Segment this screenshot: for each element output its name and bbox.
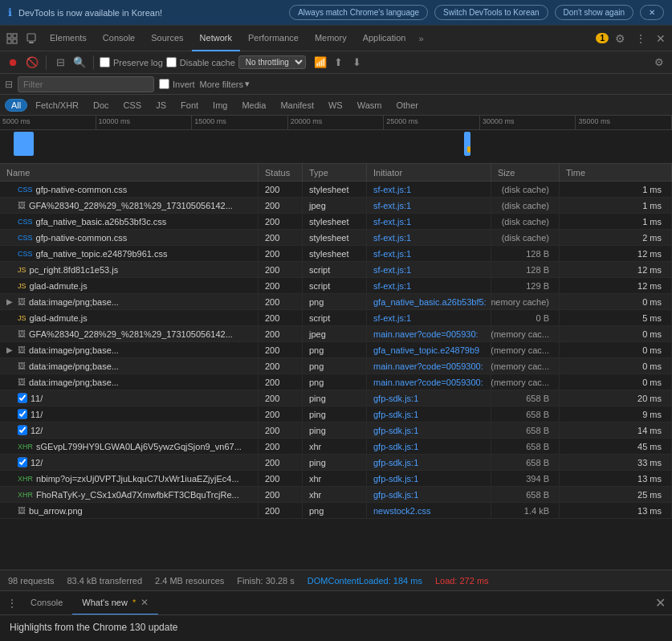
toolbar-separator-2 [93,55,94,70]
tab-elements[interactable]: Elements [42,26,95,51]
type-pill-media[interactable]: Media [235,99,272,112]
type-pill-img[interactable]: Img [206,99,234,112]
download-icon-btn[interactable]: ⬇ [349,55,365,71]
disable-cache-check[interactable] [166,57,177,67]
table-row[interactable]: 🖼 data:image/png;base... 200 png main.na… [0,374,672,390]
type-pill-doc[interactable]: Doc [87,99,116,112]
th-time[interactable]: Time [560,164,672,181]
td-size: 1.4 kB [491,503,560,518]
td-size: 658 B [491,455,560,470]
table-row[interactable]: 12/ 200 ping gfp-sdk.js:1 658 B 33 ms [0,455,672,471]
table-row[interactable]: 🖼 GFA%28340_228%29_%281%29_173105056142.… [0,326,672,342]
search-btn[interactable]: 🔍 [71,55,88,71]
table-row[interactable]: CSS gfp-native-common.css 200 stylesheet… [0,182,672,198]
table-row[interactable]: 11/ 200 ping gfp-sdk.js:1 658 B 9 ms [0,406,672,423]
settings-icon[interactable]: ⚙ [612,31,629,47]
wifi-icon-btn[interactable]: 📶 [312,55,328,71]
th-type[interactable]: Type [303,164,367,181]
row-checkbox[interactable] [18,409,27,419]
tab-sources[interactable]: Sources [143,26,191,51]
table-row[interactable]: XHR sGEvpL799HY9LGWA0LAj6V5ywzGqjSjon9_v… [0,439,672,455]
table-row[interactable]: XHR FhoRaTyK-y_CSx1x0Ad7XmwfbkFT3CBquTrc… [0,487,672,503]
table-row[interactable]: 🖼 GFA%28340_228%29_%281%29_173105056142.… [0,198,672,214]
bottom-menu-btn[interactable]: ⋮ [3,597,21,610]
th-name[interactable]: Name [0,164,259,181]
resource-name: data:image/png;base... [29,361,251,371]
td-time: 33 ms [560,455,672,470]
filter-icon-btn[interactable]: ⊟ [52,55,68,71]
tab-performance[interactable]: Performance [240,26,307,51]
row-checkbox[interactable] [18,457,27,467]
type-pill-other[interactable]: Other [389,99,425,112]
table-row[interactable]: ▶ 🖼 data:image/png;base... 200 png gfa_n… [0,342,672,358]
invert-checkbox[interactable] [159,79,169,89]
th-status[interactable]: Status [259,164,303,181]
clear-btn[interactable]: 🚫 [24,55,40,71]
match-language-btn[interactable]: Always match Chrome's language [289,5,428,20]
btab-console[interactable]: Console [21,591,72,615]
info-close-btn[interactable]: ✕ [640,5,664,20]
filter-input[interactable] [23,80,149,89]
close-devtools-icon[interactable]: ✕ [653,31,669,47]
type-pill-manifest[interactable]: Manifest [274,99,320,112]
dont-show-btn[interactable]: Don't show again [555,5,633,20]
type-pill-css[interactable]: CSS [117,99,149,112]
th-initiator[interactable]: Initiator [367,164,491,181]
td-initiator: gfp-sdk.js:1 [367,471,491,486]
invert-checkbox-label[interactable]: Invert [159,79,195,89]
btab-close-btn[interactable]: ✕ [141,597,149,608]
inspect-icon[interactable] [3,30,21,47]
record-btn[interactable]: ⏺ [5,55,21,71]
td-name: JS glad-admute.js [0,278,259,293]
switch-devtools-btn[interactable]: Switch DevTools to Korean [434,5,548,20]
type-pill-wasm[interactable]: Wasm [351,99,389,112]
td-size: 128 B [491,246,560,261]
resource-type-icon: 🖼 [18,201,26,210]
preserve-log-check[interactable] [100,57,110,67]
table-row[interactable]: JS pc_right.8fd81c1e53.js 200 script sf-… [0,262,672,278]
table-row[interactable]: 11/ 200 ping gfp-sdk.js:1 658 B 20 ms [0,390,672,406]
preserve-log-label[interactable]: Preserve log [100,57,163,67]
table-row[interactable]: ▶ 🖼 data:image/png;base... 200 png gfa_n… [0,294,672,310]
td-name: 🖼 data:image/png;base... [0,358,259,374]
more-filters-btn[interactable]: More filters ▾ [200,79,250,89]
close-panel-btn[interactable]: ✕ [652,591,669,615]
td-size: (disk cache) [491,214,560,229]
tab-network[interactable]: Network [192,26,240,51]
tab-application[interactable]: Application [355,26,414,51]
upload-icon-btn[interactable]: ⬆ [331,55,347,71]
table-row[interactable]: JS glad-admute.js 200 script sf-ext.js:1… [0,278,672,294]
type-pill-js[interactable]: JS [149,99,173,112]
type-pill-ws[interactable]: WS [322,99,349,112]
network-settings-btn[interactable]: ⚙ [651,55,667,71]
row-checkbox[interactable] [18,425,27,435]
td-type: jpeg [303,326,367,341]
table-row[interactable]: CSS gfp-native-common.css 200 stylesheet… [0,230,672,246]
row-checkbox[interactable] [18,393,27,403]
td-time: 5 ms [560,310,672,325]
table-row[interactable]: 12/ 200 ping gfp-sdk.js:1 658 B 14 ms [0,423,672,439]
type-pill-fetchxhr[interactable]: Fetch/XHR [29,99,85,112]
console-text: Highlights from the Chrome 130 update [10,622,177,633]
table-row[interactable]: 🖼 data:image/png;base... 200 png main.na… [0,358,672,374]
type-filter-bar: AllFetch/XHRDocCSSJSFontImgMediaManifest… [0,95,672,116]
disable-cache-label[interactable]: Disable cache [166,57,235,67]
table-row[interactable]: JS glad-admute.js 200 script sf-ext.js:1… [0,310,672,326]
tab-console[interactable]: Console [95,26,143,51]
throttle-select[interactable]: No throttling [238,55,306,69]
more-options-icon[interactable]: ⋮ [632,31,650,47]
type-pill-all[interactable]: All [5,99,27,112]
tab-memory[interactable]: Memory [307,26,355,51]
table-row[interactable]: XHR nbimp?oj=zxUj0VPTJjuLkquC7UxWr1iuaEZ… [0,471,672,487]
more-tabs-btn[interactable]: » [413,34,428,43]
td-time: 13 ms [560,471,672,486]
th-size[interactable]: Size [491,164,560,181]
main-tabs: Elements Console Sources Network Perform… [0,26,672,51]
device-icon[interactable] [22,30,40,47]
table-row[interactable]: CSS gfa_native_topic.e24879b961.css 200 … [0,246,672,262]
table-row[interactable]: 🖼 bu_arrow.png 200 png newstock2.css 1.4… [0,503,672,519]
type-pill-font[interactable]: Font [174,99,205,112]
btab-whatsnew[interactable]: What's new * ✕ [72,591,158,615]
table-row[interactable]: CSS gfa_native_basic.a26b53bf3c.css 200 … [0,214,672,230]
td-size: (memory cac... [491,342,560,357]
